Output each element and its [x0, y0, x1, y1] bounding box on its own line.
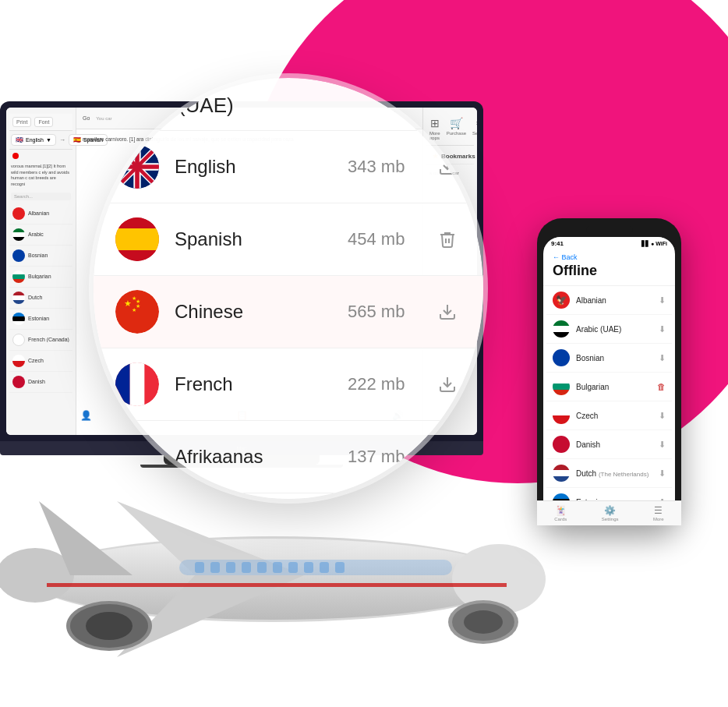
albania-label: Albanian — [28, 210, 49, 216]
bosnia-flag — [12, 249, 25, 262]
sidebar-body-text: vorous mammal.[1][2] It from wild member… — [9, 162, 72, 189]
laptop-sidebar: Print Font 🇬🇧 English ▼ → 🇪🇸 S — [6, 108, 76, 435]
settings-nav-label: Settings — [602, 517, 619, 518]
sidebar-lang-list: Albanian Arabic Bosnian Bulgarian — [9, 203, 72, 393]
czech-phone-flag — [553, 407, 570, 424]
albanian-download[interactable]: ⬇ — [659, 295, 666, 306]
czech-label: Czech — [28, 358, 44, 363]
albanian-phone-flag: 🦅 — [553, 292, 570, 309]
phone-lang-item-arabic[interactable]: Arabic (UAE) ⬇ — [546, 315, 672, 344]
settings-label: Settings — [472, 131, 477, 136]
bulgarian-delete[interactable]: 🗑 — [657, 382, 666, 391]
bulgaria-label: Bulgarian — [28, 274, 51, 279]
bulgaria-flag — [12, 270, 25, 283]
settings-icon: ⚙️ — [604, 505, 616, 516]
print-btn[interactable]: Print — [12, 117, 31, 127]
status-dot — [12, 153, 19, 159]
spanish-flag — [115, 217, 159, 261]
danish-phone-flag — [553, 436, 570, 453]
svg-rect-23 — [130, 362, 145, 406]
bosnian-phone-label: Bosnian — [576, 354, 652, 362]
phone-lang-item-danish[interactable]: Danish ⬇ — [546, 430, 672, 459]
czech-flag — [12, 355, 25, 367]
phone-lang-item-bosnian[interactable]: Bosnian ⬇ — [546, 344, 672, 373]
phone-lang-item-dutch[interactable]: Dutch (The Netherlands) ⬇ — [546, 459, 672, 488]
laptop-toolbar: Print Font — [9, 114, 72, 131]
sidebar-lang-item-albania[interactable]: Albanian — [9, 203, 72, 224]
french-size: 222 mb — [348, 374, 418, 394]
purchase-btn[interactable]: 🛒 Purchase — [444, 114, 469, 143]
gear-icon: ⚙ — [475, 117, 477, 129]
svg-text:★: ★ — [132, 307, 136, 313]
sidebar-lang-item-danish[interactable]: Danish — [9, 372, 72, 393]
svg-rect-36 — [257, 562, 267, 573]
bosnian-download[interactable]: ⬇ — [659, 353, 666, 363]
sidebar-lang-item-uae[interactable]: Arabic — [9, 224, 72, 246]
status-time: 9:41 — [551, 240, 564, 247]
purchase-label: Purchase — [447, 131, 466, 136]
svg-rect-12 — [115, 217, 159, 228]
svg-rect-13 — [115, 250, 159, 261]
phone-status-bar: 9:41 ▋▋ ● WiFi — [543, 237, 675, 250]
top-right-icons: ⊞ More apps 🛒 Purchase ⚙ Settings — [426, 112, 474, 146]
sidebar-lang-item-estonian[interactable]: Estonian — [9, 309, 72, 330]
modal-english-row[interactable]: English 343 mb — [94, 131, 483, 203]
status-icons: ▋▋ ● WiFi — [641, 241, 667, 247]
spanish-size: 454 mb — [348, 229, 418, 249]
toolbar-info: You car — [96, 116, 111, 121]
french-canada-flag — [12, 334, 25, 346]
phone-lang-item-albanian[interactable]: 🦅 Albanian ⬇ — [546, 286, 672, 315]
sidebar-lang-item-bosnia[interactable]: Bosnian — [9, 246, 72, 267]
uae-label: Arabic — [28, 232, 44, 237]
afrikaanas-name: Afrikaanas — [175, 446, 332, 468]
arabic-download[interactable]: ⬇ — [659, 324, 666, 334]
sidebar-lang-item-dutch[interactable]: Dutch — [9, 288, 72, 309]
dutch-sub: (The Netherlands) — [599, 471, 648, 478]
sidebar-lang-item-czech[interactable]: Czech — [9, 351, 72, 372]
czech-download[interactable]: ⬇ — [659, 411, 666, 421]
svg-point-14 — [115, 290, 159, 334]
svg-rect-40 — [320, 562, 329, 573]
chinese-download-btn[interactable] — [433, 298, 461, 326]
nav-cards[interactable]: 🃏 Cards — [554, 505, 567, 518]
dutch-download[interactable]: ⬇ — [659, 468, 666, 479]
phone-lang-item-czech[interactable]: Czech ⬇ — [546, 401, 672, 430]
sidebar-lang-item-french-canada[interactable]: French (Canada) — [9, 330, 72, 351]
english-name: English — [175, 156, 332, 178]
danish-flag — [12, 376, 25, 388]
cart-icon: 🛒 — [450, 117, 463, 129]
lang-from-selector[interactable]: 🇬🇧 English ▼ — [11, 134, 56, 146]
sidebar-lang-item-bulgaria[interactable]: Bulgarian — [9, 267, 72, 288]
nav-more[interactable]: ☰ More — [653, 505, 664, 518]
phone-notch — [586, 226, 633, 234]
font-btn[interactable]: Font — [34, 117, 53, 127]
czech-phone-label: Czech — [576, 412, 652, 420]
phone-bottom-nav: 🃏 Cards ⚙️ Settings ☰ More — [543, 500, 675, 518]
more-apps-btn[interactable]: ⊞ More apps — [426, 114, 444, 143]
uae-flag — [12, 228, 25, 241]
phone: 9:41 ▋▋ ● WiFi ← Back Offline 🦅 Albani — [537, 218, 681, 525]
modal-spanish-row[interactable]: Spanish 454 mb — [94, 203, 483, 276]
phone-title: Offline — [553, 263, 666, 279]
dutch-phone-flag — [553, 465, 570, 482]
phone-lang-item-bulgarian[interactable]: Bulgarian 🗑 — [546, 373, 672, 401]
phone-frame: 9:41 ▋▋ ● WiFi ← Back Offline 🦅 Albani — [537, 218, 681, 525]
phone-lang-list: 🦅 Albanian ⬇ Arabic (UAE) ⬇ — [543, 286, 675, 517]
phone-back-btn[interactable]: ← Back — [553, 253, 666, 261]
spanish-delete-btn[interactable] — [433, 225, 461, 253]
toolbar-go[interactable]: Go — [83, 115, 90, 121]
phone-screen: 9:41 ▋▋ ● WiFi ← Back Offline 🦅 Albani — [543, 237, 675, 518]
svg-rect-37 — [273, 562, 282, 573]
sidebar-search[interactable]: Search... — [11, 193, 71, 200]
modal-french-row[interactable]: French 222 mb — [94, 348, 483, 421]
svg-rect-31 — [179, 560, 452, 575]
spanish-name: Spanish — [175, 228, 332, 250]
danish-download[interactable]: ⬇ — [659, 440, 666, 450]
albanian-phone-label: Albanian — [576, 296, 652, 305]
settings-btn[interactable]: ⚙ Settings — [469, 114, 477, 143]
french-name: French — [175, 373, 332, 395]
language-modal: Arabic (UAE) 232 mb English — [94, 78, 483, 499]
modal-chinese-row[interactable]: ★ ★ ★ ★ ★ Chinese 565 mb — [94, 276, 483, 348]
nav-settings[interactable]: ⚙️ Settings — [602, 505, 619, 518]
danish-phone-label: Danish — [576, 440, 652, 449]
